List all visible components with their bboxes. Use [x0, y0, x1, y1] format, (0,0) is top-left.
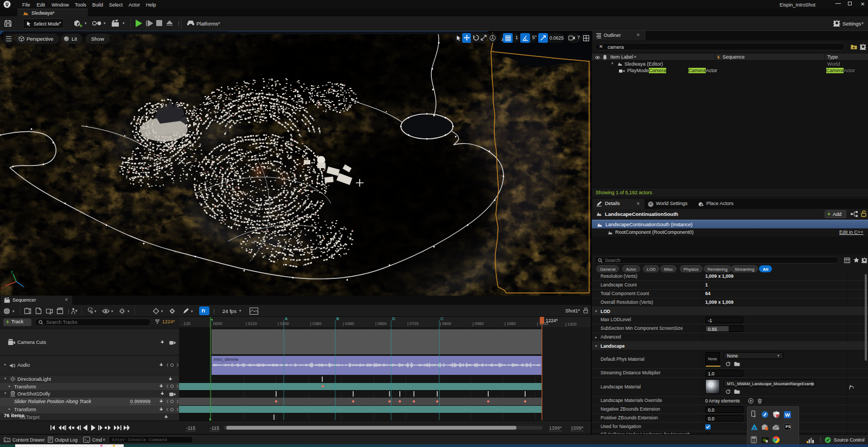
svg-text:| 1080: | 1080 [505, 321, 516, 326]
svg-text:D: D [392, 317, 395, 321]
svg-text:y: y [11, 269, 13, 274]
svg-text:| 0720: | 0720 [407, 321, 419, 326]
svg-text:C: C [441, 317, 444, 321]
svg-text:| 0120: | 0120 [246, 321, 257, 326]
svg-text:A: A [285, 317, 288, 321]
svg-text:0000: 0000 [213, 321, 222, 326]
svg-text:x: x [1, 285, 3, 290]
svg-text:| 1320: | 1320 [565, 322, 577, 327]
svg-text:O: O [766, 440, 768, 443]
svg-text:-120: -120 [182, 321, 190, 326]
svg-text:| 0360: | 0360 [310, 321, 322, 326]
svg-text:| 0840: | 0840 [440, 321, 451, 326]
svg-text:B: B [336, 317, 339, 321]
svg-text:| 0600: | 0600 [375, 321, 387, 326]
svg-text:intro_stimme: intro_stimme [214, 357, 239, 362]
svg-text:+: + [79, 23, 82, 28]
svg-text:| 0240: | 0240 [278, 321, 289, 326]
svg-text:| 0480: | 0480 [343, 321, 354, 326]
svg-text:✧: ✧ [610, 232, 613, 235]
svg-text:+: + [701, 203, 704, 207]
svg-text:1224*: 1224* [546, 318, 558, 323]
svg-text:| 0960: | 0960 [473, 321, 484, 326]
